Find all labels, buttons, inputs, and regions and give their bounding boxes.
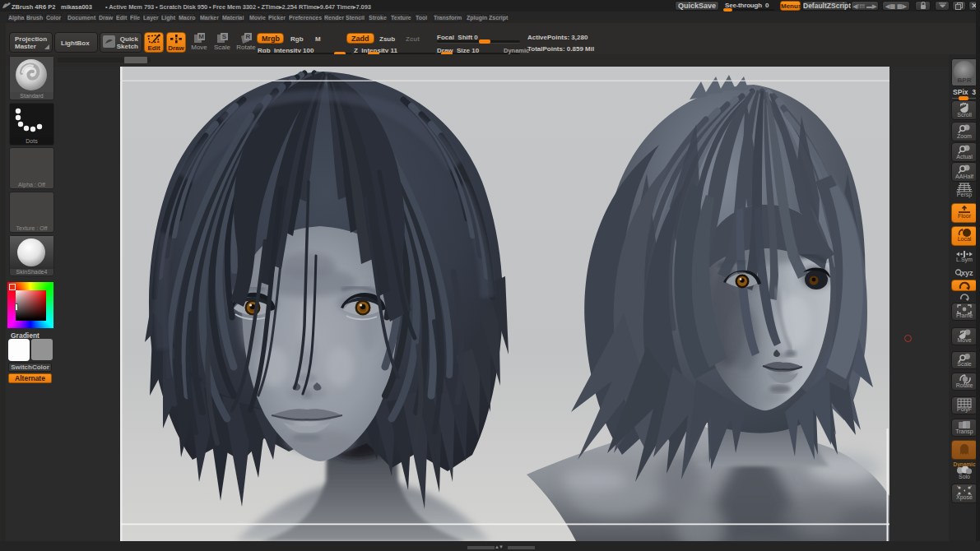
svg-text:M: M [198,33,204,40]
svg-text:BPR: BPR [958,76,972,84]
svg-text:R: R [246,33,251,40]
svg-text:S: S [222,33,227,40]
svg-text:xyz: xyz [961,269,973,277]
